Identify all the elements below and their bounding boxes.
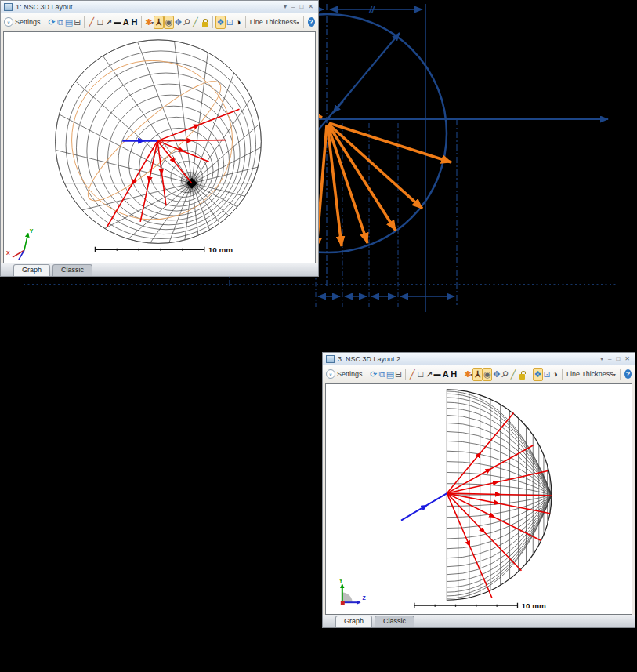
draw-text-icon[interactable]: A xyxy=(441,368,450,381)
print-icon[interactable]: ⊟ xyxy=(73,16,81,29)
orientation-triad: Y X xyxy=(6,228,34,260)
toolbar: ∨ Settings ⟳ ⧉ ▤ ⊟ ╱ □ ↗ ▬ A H ✱▾ ⅄ ◉ ✥ … xyxy=(323,365,635,383)
minimize-button[interactable]: – xyxy=(608,355,611,362)
draw-arrow-icon[interactable]: ↗ xyxy=(104,16,113,29)
layout-plot-area: Y Z 10 mm xyxy=(325,383,632,615)
window-title: 3: NSC 3D Layout 2 xyxy=(338,355,600,363)
layout-plot-area: Y X 10 mm xyxy=(3,31,316,263)
axis-x-label: X xyxy=(6,250,10,256)
settings-button[interactable]: ∨ Settings xyxy=(324,369,364,380)
pole-spot xyxy=(180,172,204,194)
save-image-icon[interactable]: ▤ xyxy=(64,16,73,29)
help-icon[interactable]: ? xyxy=(624,369,632,379)
rotate-3d-icon[interactable]: ⅄ xyxy=(472,368,483,381)
window-nsc-3d-layout: 1: NSC 3D Layout ▾ – □ ✕ ∨ Settings ⟳ ⧉ … xyxy=(0,0,319,277)
maximize-button[interactable]: □ xyxy=(299,3,303,10)
close-button[interactable]: ✕ xyxy=(308,3,313,10)
measure-icon[interactable]: ╱ xyxy=(509,368,518,381)
axis-y-label: Y xyxy=(30,228,34,234)
axis-y-label: Y xyxy=(339,578,343,583)
draw-arrow-icon[interactable]: ↗ xyxy=(425,368,433,381)
window-title: 1: NSC 3D Layout xyxy=(16,3,284,11)
tab-classic[interactable]: Classic xyxy=(375,616,414,627)
draw-h-icon[interactable]: H xyxy=(450,368,458,381)
hatch-mark: // xyxy=(368,5,375,16)
desktop: { "top_diagram": { "hatch_marks": ["//",… xyxy=(0,0,637,672)
copy-icon[interactable]: ⧉ xyxy=(378,368,386,381)
settings-chevron-icon: ∨ xyxy=(326,369,335,379)
line-thickness-button[interactable]: Line Thickness ▾ xyxy=(565,369,617,379)
monitor-icon[interactable]: ⊡ xyxy=(543,368,552,381)
monitor-icon[interactable]: ⊡ xyxy=(226,16,234,29)
maximize-button[interactable]: □ xyxy=(616,355,620,362)
fit-window-icon[interactable]: ❖ xyxy=(215,16,226,29)
window-icon xyxy=(326,355,335,363)
draw-thick-line-icon[interactable]: ▬ xyxy=(433,368,442,381)
lock-icon[interactable] xyxy=(202,22,208,27)
shade-button[interactable]: ▾ xyxy=(284,3,287,10)
tab-graph[interactable]: Graph xyxy=(13,264,50,276)
shade-button[interactable]: ▾ xyxy=(600,355,603,362)
scale-label: 10 mm xyxy=(208,245,233,254)
help-icon[interactable]: ? xyxy=(308,17,315,27)
draw-rectangle-icon[interactable]: □ xyxy=(417,368,425,381)
window-nsc-3d-layout-2: 3: NSC 3D Layout 2 ▾ – □ ✕ ∨ Settings ⟳ … xyxy=(322,352,635,628)
draw-h-icon[interactable]: H xyxy=(130,16,139,29)
copy-icon[interactable]: ⧉ xyxy=(56,16,64,29)
settings-button[interactable]: ∨ Settings xyxy=(2,16,42,27)
titlebar: 1: NSC 3D Layout ▾ – □ ✕ xyxy=(1,1,318,13)
window-icon xyxy=(4,3,13,11)
fit-window-icon[interactable]: ❖ xyxy=(533,368,543,381)
zoom-icon[interactable]: ⚲ xyxy=(501,368,509,381)
print-icon[interactable]: ⊟ xyxy=(394,368,403,381)
red-rays xyxy=(107,109,239,227)
save-image-icon[interactable]: ▤ xyxy=(386,368,395,381)
line-thickness-button[interactable]: Line Thickness ▾ xyxy=(248,17,301,27)
orientation-triad: Y Z xyxy=(339,578,367,605)
scale-bar: 10 mm xyxy=(414,601,546,610)
tab-bar: Graph Classic xyxy=(323,615,635,627)
invert-background-icon[interactable]: ◑ xyxy=(551,368,559,381)
lock-icon[interactable] xyxy=(519,374,525,380)
settings-chevron-icon: ∨ xyxy=(4,17,13,27)
nsc-3d-layout-plot: Y X 10 mm xyxy=(4,32,315,263)
invert-background-icon[interactable]: ◑ xyxy=(234,16,243,29)
close-button[interactable]: ✕ xyxy=(624,355,630,362)
tab-classic[interactable]: Classic xyxy=(52,264,92,276)
axis-z-label: Z xyxy=(363,595,367,601)
scale-label: 10 mm xyxy=(521,601,546,610)
draw-line-icon[interactable]: ╱ xyxy=(87,16,96,29)
bottom-dimension xyxy=(24,285,617,296)
refresh-icon[interactable]: ⟳ xyxy=(48,16,56,29)
tab-graph[interactable]: Graph xyxy=(335,616,372,627)
zoom-icon[interactable]: ⚲ xyxy=(183,16,191,29)
minimize-button[interactable]: – xyxy=(291,3,295,10)
camera-icon[interactable]: ◉ xyxy=(164,16,174,29)
refresh-icon[interactable]: ⟳ xyxy=(370,368,378,381)
draw-rectangle-icon[interactable]: □ xyxy=(96,16,104,29)
titlebar: 3: NSC 3D Layout 2 ▾ – □ ✕ xyxy=(323,353,635,365)
draw-thick-line-icon[interactable]: ▬ xyxy=(113,16,121,29)
camera-icon[interactable]: ◉ xyxy=(483,368,493,381)
nsc-3d-layout-2-plot: Y Z 10 mm xyxy=(326,384,632,614)
tab-bar: Graph Classic xyxy=(1,263,318,276)
rotate-3d-icon[interactable]: ⅄ xyxy=(154,16,164,29)
blue-input-ray xyxy=(401,493,447,521)
draw-line-icon[interactable]: ╱ xyxy=(408,368,417,381)
measure-icon[interactable]: ╱ xyxy=(191,16,200,29)
scale-bar: 10 mm xyxy=(95,245,233,254)
draw-text-icon[interactable]: A xyxy=(121,16,130,29)
toolbar: ∨ Settings ⟳ ⧉ ▤ ⊟ ╱ □ ↗ ▬ A H ✱▾ ⅄ ◉ ✥ … xyxy=(1,13,318,31)
